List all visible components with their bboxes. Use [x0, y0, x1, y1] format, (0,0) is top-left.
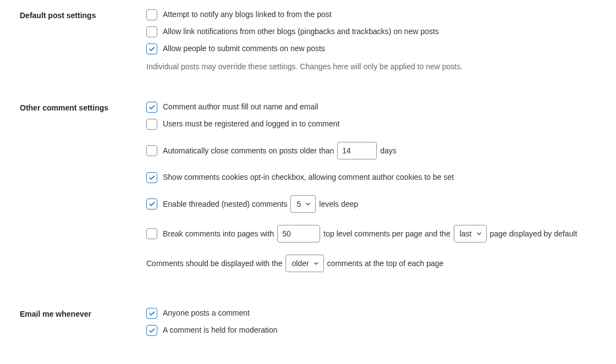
email-moderation-label[interactable]: A comment is held for moderation	[163, 324, 278, 336]
comment-order-value: older	[292, 258, 309, 269]
comment-order-select[interactable]: older	[285, 255, 323, 272]
section-heading-default-post: Default post settings	[0, 0, 146, 84]
trackback-label[interactable]: Allow link notifications from other blog…	[163, 26, 439, 37]
auto-close-checkbox[interactable]	[146, 145, 157, 156]
comments-per-page-input[interactable]	[277, 225, 320, 242]
auto-close-days-input[interactable]	[337, 142, 377, 159]
email-new-comment-checkbox[interactable]	[146, 308, 157, 319]
section-heading-before-appears: Before a comment appears	[0, 350, 146, 364]
section-heading-email-me: Email me whenever	[0, 290, 146, 350]
threaded-levels-value: 5	[296, 198, 301, 210]
pingback-checkbox[interactable]	[146, 9, 157, 20]
chevron-down-icon	[475, 230, 483, 238]
paginate-label-after: page displayed by default	[490, 228, 578, 240]
default-page-value: last	[460, 228, 472, 240]
threaded-label-after: levels deep	[319, 198, 358, 210]
email-new-comment-label[interactable]: Anyone posts a comment	[163, 307, 250, 319]
allow-comments-checkbox[interactable]	[146, 43, 157, 54]
cookies-optin-checkbox[interactable]	[146, 172, 157, 183]
require-name-email-label[interactable]: Comment author must fill out name and em…	[163, 101, 318, 113]
chevron-down-icon	[312, 260, 320, 267]
require-registration-label[interactable]: Users must be registered and logged in t…	[163, 118, 339, 130]
order-label-before: Comments should be displayed with the	[146, 258, 282, 269]
allow-comments-label[interactable]: Allow people to submit comments on new p…	[163, 43, 325, 54]
pingback-label[interactable]: Attempt to notify any blogs linked to fr…	[163, 9, 332, 20]
paginate-label-mid: top level comments per page and the	[323, 228, 450, 240]
paginate-label-before[interactable]: Break comments into pages with	[163, 228, 274, 240]
paginate-checkbox[interactable]	[146, 228, 157, 239]
discussion-settings-table: Default post settings Attempt to notify …	[0, 0, 616, 364]
default-post-help-text: Individual posts may override these sett…	[146, 61, 600, 73]
threaded-checkbox[interactable]	[146, 198, 157, 209]
trackback-checkbox[interactable]	[146, 26, 157, 37]
email-moderation-checkbox[interactable]	[146, 325, 157, 336]
chevron-down-icon	[304, 200, 312, 208]
threaded-label-before[interactable]: Enable threaded (nested) comments	[163, 198, 287, 210]
order-label-after: comments at the top of each page	[327, 258, 444, 269]
require-name-email-checkbox[interactable]	[146, 102, 157, 113]
section-heading-other-comment: Other comment settings	[0, 84, 146, 290]
require-registration-checkbox[interactable]	[146, 119, 157, 130]
auto-close-label-after: days	[380, 145, 397, 157]
threaded-levels-select[interactable]: 5	[290, 195, 316, 213]
default-page-select[interactable]: last	[454, 225, 487, 242]
cookies-optin-label[interactable]: Show comments cookies opt-in checkbox, a…	[163, 172, 454, 183]
auto-close-label-before[interactable]: Automatically close comments on posts ol…	[163, 145, 334, 157]
